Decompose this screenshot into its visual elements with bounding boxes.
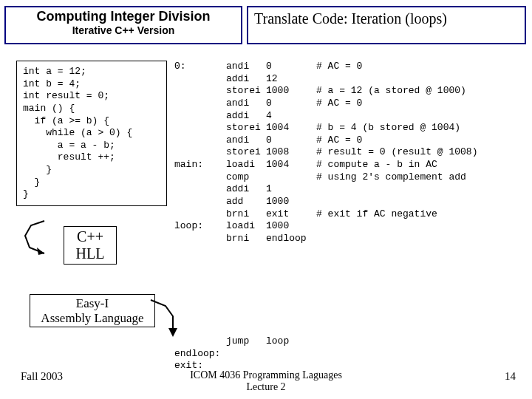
asm-arg: 1000 — [266, 220, 316, 233]
asm-op: add — [226, 196, 266, 208]
asm-arg: exit — [266, 208, 316, 221]
asm-listing: 0:andi0# AC = 0addi12storei1000# a = 12 … — [174, 61, 477, 245]
asm-comment: # a = 12 (a stored @ 1000) — [316, 85, 466, 98]
asm-arg: 0 — [266, 134, 316, 147]
asm-row: add1000 — [174, 196, 477, 208]
asm-label: main: — [174, 159, 226, 171]
asm-op: storei — [226, 122, 266, 134]
asm-row: jumploop — [174, 335, 316, 348]
asm-row: 0:andi0# AC = 0 — [174, 61, 477, 73]
asm-row: endloop: — [174, 348, 316, 361]
asm-arg: 1004 — [266, 122, 316, 134]
cpp-code: int a = 12; int b = 4; int result = 0; m… — [23, 66, 132, 200]
asm-arg: 1000 — [266, 196, 316, 208]
asm-arg: 1004 — [266, 159, 316, 171]
asm-comment: # b = 4 (b stored @ 1004) — [316, 122, 460, 134]
asm-row: main:loadi1004# compute a - b in AC — [174, 159, 477, 171]
asm-row: andi0# AC = 0 — [174, 98, 477, 110]
asm-op: comp — [226, 171, 266, 184]
easyi-line2: Assembly Language — [33, 311, 151, 326]
asm-arg: 0 — [266, 61, 316, 73]
asm-row: storei1004# b = 4 (b stored @ 1004) — [174, 122, 477, 134]
asm-op: addi — [226, 183, 266, 196]
asm-comment: # AC = 0 — [316, 98, 362, 110]
asm-op: loadi — [226, 159, 266, 171]
cpp-hll-label: C++ HLL — [64, 226, 117, 265]
asm-op: andi — [226, 134, 266, 147]
asm-label: endloop: — [174, 348, 226, 361]
asm-op: storei — [226, 146, 266, 159]
asm-op: jump — [226, 335, 266, 348]
title-left-sub: Iterative C++ Version — [6, 24, 241, 36]
asm-op: andi — [226, 98, 266, 110]
asm-label: 0: — [174, 61, 226, 73]
asm-row: comp# using 2's complement add — [174, 171, 477, 184]
easyi-label: Easy-I Assembly Language — [30, 294, 155, 327]
asm-op: brni — [226, 233, 266, 245]
asm-arg: 1 — [266, 183, 316, 196]
footer-center-l2: Lecture 2 — [0, 381, 532, 393]
asm-comment: # using 2's complement add — [316, 171, 466, 184]
asm-comment: # exit if AC negative — [316, 208, 437, 221]
easyi-line1: Easy-I — [33, 296, 151, 311]
asm-row: addi4 — [174, 110, 477, 123]
asm-arg: 0 — [266, 98, 316, 110]
title-right-text: Translate Code: Iteration (loops) — [254, 10, 447, 27]
asm-row: brniendloop — [174, 233, 477, 245]
asm-op: addi — [226, 110, 266, 123]
arrow-cpp-to-label-icon — [15, 218, 61, 256]
cpp-label-line1: C++ — [67, 228, 113, 245]
asm-comment: # compute a - b in AC — [316, 159, 437, 171]
asm-arg: endloop — [266, 233, 316, 245]
asm-row: storei1000# a = 12 (a stored @ 1000) — [174, 85, 477, 98]
title-left-main: Computing Integer Division — [6, 9, 241, 24]
asm-comment: # AC = 0 — [316, 134, 362, 147]
svg-marker-0 — [37, 248, 44, 255]
asm-op: andi — [226, 61, 266, 73]
title-left-box: Computing Integer Division Iterative C++… — [4, 6, 242, 44]
arrow-easyi-to-asm-icon — [148, 294, 183, 338]
asm-arg: 12 — [266, 73, 316, 86]
asm-comment: # result = 0 (result @ 1008) — [316, 146, 477, 159]
asm-label: loop: — [174, 220, 226, 233]
asm-row: loop:loadi1000 — [174, 220, 477, 233]
footer-center-l1: ICOM 4036 Programming Laguages — [0, 369, 532, 381]
asm-arg: 4 — [266, 110, 316, 123]
asm-comment: # AC = 0 — [316, 61, 362, 73]
footer-center: ICOM 4036 Programming Laguages Lecture 2 — [0, 369, 532, 393]
cpp-code-box: int a = 12; int b = 4; int result = 0; m… — [16, 61, 167, 206]
asm-op: loadi — [226, 220, 266, 233]
asm-arg: 1008 — [266, 146, 316, 159]
asm-row: brniexit# exit if AC negative — [174, 208, 477, 221]
asm-op: storei — [226, 85, 266, 98]
asm-arg: loop — [266, 335, 316, 348]
asm-row: addi12 — [174, 73, 477, 86]
asm-row: storei1008# result = 0 (result @ 1008) — [174, 146, 477, 159]
asm-row: addi1 — [174, 183, 477, 196]
footer-right: 14 — [505, 370, 516, 383]
asm-op: brni — [226, 208, 266, 221]
asm-bottom-listing: jumploopendloop:exit: — [174, 335, 316, 372]
cpp-label-line2: HLL — [67, 245, 113, 262]
asm-arg: 1000 — [266, 85, 316, 98]
asm-row: andi0# AC = 0 — [174, 134, 477, 147]
title-right-box: Translate Code: Iteration (loops) — [247, 6, 526, 44]
asm-op: addi — [226, 73, 266, 86]
